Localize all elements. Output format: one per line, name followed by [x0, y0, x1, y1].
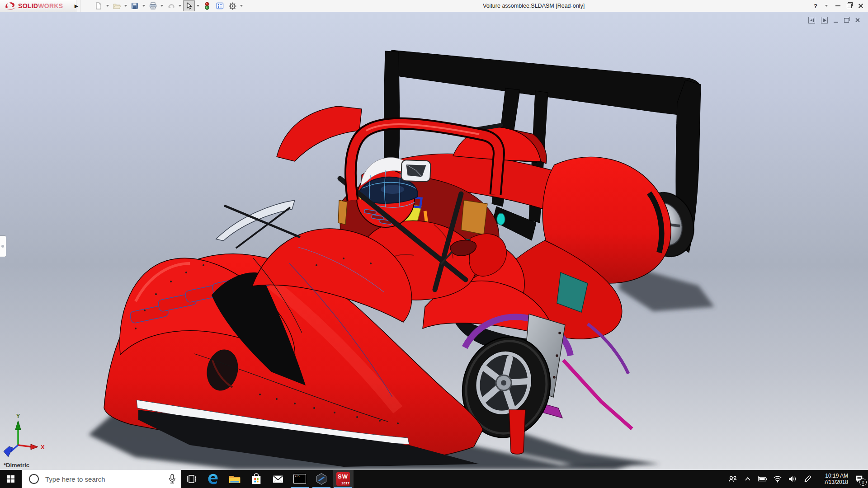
view-orientation-label: *Dimetric: [4, 462, 29, 469]
help-dropdown-caret[interactable]: [825, 5, 828, 7]
open-dropdown-caret[interactable]: [124, 5, 127, 7]
restore-button[interactable]: [847, 4, 852, 8]
taskbar-clock[interactable]: 10:19 AM 7/13/2018: [815, 473, 850, 485]
mail-button[interactable]: [268, 470, 288, 488]
cortana-icon: [29, 474, 39, 484]
task-view-icon: [186, 474, 197, 484]
chevron-up-icon: [745, 477, 751, 481]
edge-icon: [207, 473, 219, 485]
people-button[interactable]: [725, 470, 740, 488]
people-icon: [728, 475, 737, 483]
store-icon: [250, 473, 262, 485]
select-tool-button[interactable]: [183, 0, 195, 11]
open-folder-icon: [113, 2, 121, 9]
taskbar-search[interactable]: [22, 470, 181, 488]
taskbar: C:\ SW 2017: [0, 470, 868, 488]
triad-x-label: X: [41, 444, 45, 450]
hidden-icons-button[interactable]: [740, 470, 755, 488]
stoplight-icon: [204, 2, 210, 10]
window-title: Voiture assomblee.SLDASM [Read-only]: [483, 3, 585, 9]
print-icon: [149, 2, 157, 9]
triad-y-label: Y: [16, 413, 20, 419]
windows-ink-button[interactable]: [800, 470, 815, 488]
doc-minimize-button[interactable]: [834, 22, 838, 23]
save-button[interactable]: [129, 0, 141, 11]
gear-icon: [229, 2, 236, 10]
select-cursor-icon: [186, 2, 193, 9]
expand-right-pane-button[interactable]: [821, 17, 828, 23]
document-window-controls: [808, 17, 860, 23]
command-prompt-button[interactable]: C:\: [289, 470, 310, 488]
cmd-title-text: C:\: [295, 474, 300, 478]
solidworks-2017-button[interactable]: SW 2017: [333, 470, 354, 488]
options-dropdown-caret[interactable]: [240, 5, 243, 7]
viewport-3d: Y X *Dimetric: [0, 12, 868, 470]
speaker-icon: [788, 475, 797, 483]
model-scene[interactable]: Y X: [0, 12, 868, 470]
title-bar: SOLIDWORKS ▶: [0, 0, 868, 12]
solidworks-logo: SOLIDWORKS: [0, 0, 76, 12]
clock-date: 7/13/2018: [815, 479, 848, 485]
collapse-left-pane-button[interactable]: [808, 17, 815, 23]
volume-button[interactable]: [785, 470, 800, 488]
network-button[interactable]: [770, 470, 785, 488]
start-button[interactable]: [0, 470, 22, 488]
wifi-icon: [773, 475, 782, 483]
edge-button[interactable]: [203, 470, 223, 488]
battery-charging-icon: [758, 476, 768, 482]
composer-button[interactable]: [311, 470, 332, 488]
pen-icon: [803, 475, 811, 483]
microphone-icon[interactable]: [168, 474, 176, 484]
save-dropdown-caret[interactable]: [142, 5, 145, 7]
brand-works: WORKS: [38, 2, 63, 9]
task-view-button[interactable]: [181, 470, 202, 488]
undo-icon: [167, 2, 175, 9]
minimize-button[interactable]: [835, 5, 840, 6]
new-document-button[interactable]: [93, 0, 104, 11]
properties-button[interactable]: [214, 0, 226, 11]
sw-letters: SW: [338, 473, 348, 480]
search-input[interactable]: [44, 475, 159, 483]
ds-logo-icon: [5, 2, 16, 10]
options-button[interactable]: [226, 0, 238, 11]
undo-dropdown-caret[interactable]: [179, 5, 181, 7]
action-center-button[interactable]: 2: [850, 470, 868, 488]
doc-restore-button[interactable]: [844, 18, 849, 23]
file-explorer-button[interactable]: [224, 470, 245, 488]
battery-button[interactable]: [755, 470, 770, 488]
open-button[interactable]: [111, 0, 123, 11]
select-dropdown-caret[interactable]: [197, 5, 199, 7]
notification-badge: 2: [859, 479, 867, 486]
file-explorer-icon: [228, 473, 241, 485]
doc-close-button[interactable]: [855, 18, 860, 23]
windows-logo-icon: [7, 475, 14, 483]
properties-list-icon: [216, 2, 224, 9]
standard-toolbar: [92, 0, 244, 12]
help-button[interactable]: ?: [814, 3, 817, 9]
feature-panel-handle[interactable]: [0, 235, 6, 257]
print-dropdown-caret[interactable]: [160, 5, 163, 7]
sw-year: 2017: [341, 481, 349, 485]
solidworks-2017-icon: SW 2017: [336, 472, 350, 486]
system-tray: 10:19 AM 7/13/2018 2: [725, 470, 868, 488]
toolbar-flyout-button[interactable]: ▶: [72, 0, 81, 12]
rearview-mirror: [401, 160, 431, 182]
window-controls: ?: [814, 0, 866, 12]
command-prompt-icon: C:\: [293, 474, 306, 484]
orientation-triad: Y X: [4, 413, 45, 457]
new-document-icon: [95, 2, 102, 9]
print-button[interactable]: [147, 0, 159, 11]
close-button[interactable]: [858, 3, 863, 9]
hexagon-app-icon: [315, 473, 328, 485]
rebuild-stoplight-button[interactable]: [201, 0, 213, 11]
save-floppy-icon: [131, 2, 138, 9]
store-button[interactable]: [246, 470, 267, 488]
clock-time: 10:19 AM: [815, 473, 848, 479]
mail-icon: [272, 474, 284, 484]
new-dropdown-caret[interactable]: [106, 5, 109, 7]
undo-button[interactable]: [165, 0, 177, 11]
brand-solid: SOLID: [18, 2, 38, 9]
